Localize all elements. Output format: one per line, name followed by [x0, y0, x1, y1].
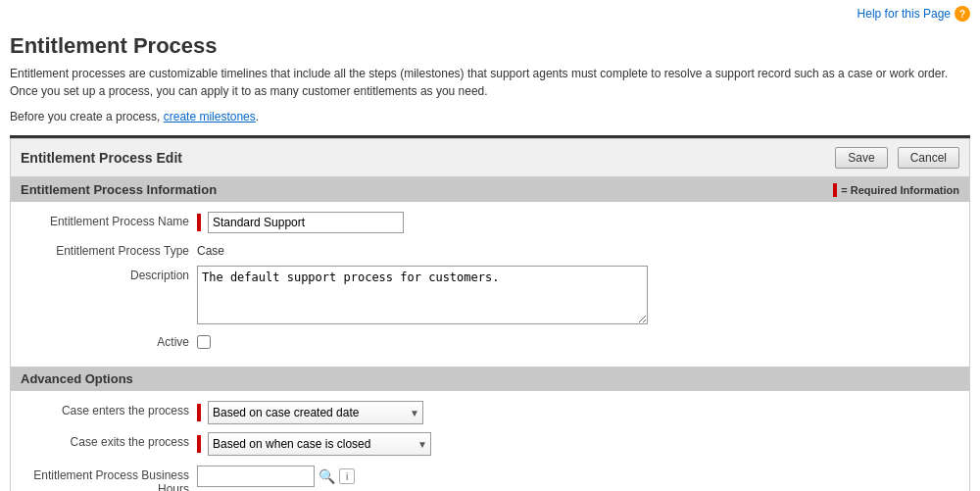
- enters-select[interactable]: Based on case created date Based on case…: [208, 401, 423, 424]
- top-bar: Help for this Page ?: [0, 0, 980, 25]
- type-label: Entitlement Process Type: [21, 241, 197, 258]
- enters-field-wrapper: Based on case created date Based on case…: [197, 401, 423, 424]
- description-label: Description: [21, 266, 197, 282]
- exits-select-container: Based on when case is closed Based on wh…: [208, 432, 431, 456]
- type-value: Case: [197, 241, 224, 258]
- page-title: Entitlement Process: [10, 25, 970, 65]
- required-bar: [833, 183, 837, 197]
- help-link[interactable]: Help for this Page ?: [858, 6, 970, 22]
- info-icon[interactable]: i: [339, 468, 355, 484]
- description-block: Entitlement processes are customizable t…: [10, 65, 970, 125]
- exits-row: Case exits the process Based on when cas…: [11, 432, 969, 456]
- main-content: Entitlement Process Entitlement processe…: [0, 25, 980, 491]
- advanced-section-title: Advanced Options: [21, 371, 133, 386]
- exits-field-wrapper: Based on when case is closed Based on wh…: [197, 432, 431, 456]
- biz-hours-row: Entitlement Process Business Hours 🔍 i: [11, 466, 969, 491]
- active-field-wrapper: [197, 332, 211, 349]
- exits-required: [197, 435, 201, 453]
- description-field-wrapper: The default support process for customer…: [197, 266, 648, 324]
- enters-row: Case enters the process Based on case cr…: [11, 401, 969, 424]
- edit-header: Entitlement Process Edit Save Cancel: [11, 139, 969, 177]
- save-button-top[interactable]: Save: [835, 147, 887, 169]
- description-line2: Before you create a process, create mile…: [10, 108, 970, 125]
- edit-section: Entitlement Process Edit Save Cancel Ent…: [10, 138, 970, 491]
- name-row: Entitlement Process Name: [11, 212, 969, 233]
- type-row: Entitlement Process Type Case: [11, 241, 969, 258]
- enters-select-container: Based on case created date Based on case…: [208, 401, 423, 424]
- cancel-button-top[interactable]: Cancel: [898, 147, 959, 169]
- help-link-text: Help for this Page: [858, 7, 951, 21]
- exits-label: Case exits the process: [21, 432, 197, 449]
- biz-hours-field-wrapper: 🔍 i: [197, 466, 355, 487]
- biz-hours-label: Entitlement Process Business Hours: [21, 466, 197, 491]
- create-milestones-link[interactable]: create milestones: [164, 110, 256, 123]
- info-form: Entitlement Process Name Entitlement Pro…: [11, 202, 969, 367]
- advanced-section-header: Advanced Options: [11, 367, 969, 391]
- name-required: [197, 214, 201, 231]
- name-label: Entitlement Process Name: [21, 212, 197, 228]
- edit-section-title: Entitlement Process Edit: [21, 150, 825, 166]
- info-section-header: Entitlement Process Information = Requir…: [11, 177, 969, 202]
- exits-select[interactable]: Based on when case is closed Based on wh…: [208, 432, 431, 456]
- active-label: Active: [21, 332, 197, 349]
- advanced-form: Case enters the process Based on case cr…: [11, 391, 969, 491]
- description-input[interactable]: The default support process for customer…: [197, 266, 648, 324]
- description-row: Description The default support process …: [11, 266, 969, 324]
- name-input[interactable]: [208, 212, 404, 233]
- type-value-wrapper: Case: [197, 241, 224, 258]
- required-info: = Required Information: [833, 183, 959, 197]
- help-icon: ?: [955, 6, 970, 22]
- description-line1: Entitlement processes are customizable t…: [10, 65, 970, 100]
- biz-hours-input[interactable]: [197, 466, 315, 487]
- active-row: Active: [11, 332, 969, 349]
- enters-label: Case enters the process: [21, 401, 197, 417]
- lookup-icon[interactable]: 🔍: [318, 468, 335, 484]
- active-checkbox[interactable]: [197, 335, 211, 349]
- info-section-title: Entitlement Process Information: [21, 182, 217, 197]
- enters-required: [197, 404, 201, 421]
- name-field-wrapper: [197, 212, 404, 233]
